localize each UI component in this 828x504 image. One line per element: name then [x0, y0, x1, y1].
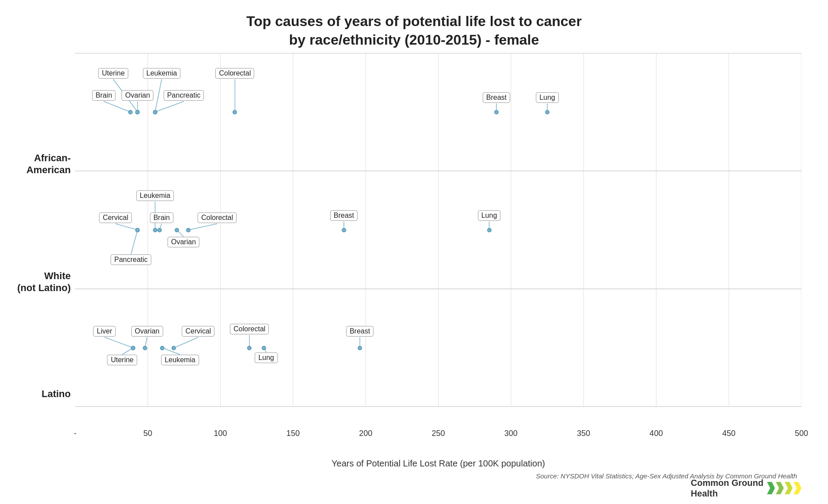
x-axis-label: Years of Potential Life Lost Rate (per 1…	[75, 459, 801, 469]
svg-line-24	[188, 224, 217, 230]
chev2	[776, 482, 784, 494]
label-2-lung: Lung	[255, 352, 278, 363]
grid-svg	[75, 53, 801, 407]
x-axis-ticks: -50100150200250300350400450500	[75, 429, 801, 447]
x-tick-300: 300	[504, 429, 518, 438]
label-1-pancreatic: Pancreatic	[111, 254, 152, 265]
label-2-liver: Liver	[93, 326, 116, 337]
svg-line-18	[155, 80, 162, 112]
chev4	[794, 482, 801, 494]
dot-1-pancreatic	[135, 228, 140, 232]
dot-1-ovarian	[175, 228, 179, 232]
chart-title: Top causes of years of potential life lo…	[0, 0, 828, 49]
label-1-leukemia: Leukemia	[136, 190, 174, 201]
dot-0-brain	[128, 110, 133, 114]
dot-0-breast	[494, 110, 499, 114]
dot-2-cervical	[172, 346, 176, 350]
dot-1-brain	[157, 228, 162, 232]
row-label-african-american: African-American	[27, 152, 71, 176]
dot-2-ovarian	[143, 346, 147, 350]
logo-area: Common Ground Health	[691, 477, 801, 499]
label-0-breast: Breast	[483, 92, 510, 103]
svg-line-14	[104, 102, 130, 112]
title-line1: Top causes of years of potential life lo…	[0, 12, 828, 31]
dot-2-lung	[262, 346, 266, 350]
label-0-colorectal: Colorectal	[215, 68, 254, 79]
row-label-latino: Latino	[42, 388, 71, 400]
label-0-uterine: Uterine	[99, 68, 129, 79]
label-0-lung: Lung	[536, 92, 559, 103]
dot-1-leukemia	[153, 228, 157, 232]
label-2-breast: Breast	[346, 326, 374, 337]
dot-2-colorectal	[247, 346, 252, 350]
label-1-ovarian: Ovarian	[168, 237, 199, 247]
dot-0-lung	[545, 110, 549, 114]
dot-1-colorectal	[186, 228, 191, 232]
label-0-ovarian: Ovarian	[122, 90, 153, 101]
label-1-colorectal: Colorectal	[198, 212, 237, 223]
label-1-cervical: Cervical	[99, 212, 132, 223]
chev3	[785, 482, 793, 494]
label-2-cervical: Cervical	[182, 326, 215, 337]
label-0-pancreatic: Pancreatic	[164, 90, 204, 101]
label-1-lung: Lung	[478, 210, 501, 221]
label-1-breast: Breast	[330, 210, 358, 221]
x-tick-350: 350	[577, 429, 590, 438]
dot-1-lung	[487, 228, 492, 232]
dot-1-breast	[342, 228, 346, 232]
x-tick-150: 150	[286, 429, 300, 438]
x-tick-100: 100	[214, 429, 227, 438]
svg-line-30	[104, 337, 133, 348]
row-label-white: White(not Latino)	[17, 270, 71, 294]
label-2-leukemia: Leukemia	[161, 355, 198, 365]
svg-line-27	[131, 230, 137, 254]
dot-0-uterine	[135, 110, 140, 114]
x-tick-500: 500	[795, 429, 808, 438]
x-tick-50: 50	[143, 429, 152, 438]
svg-line-16	[155, 102, 184, 112]
label-2-ovarian: Ovarian	[131, 326, 163, 337]
logo-chevrons	[767, 482, 801, 494]
dot-0-colorectal	[233, 110, 237, 114]
x-tick-400: 400	[649, 429, 663, 438]
label-2-colorectal: Colorectal	[230, 324, 269, 334]
title-line2: by race/ethnicity (2010-2015) - female	[0, 31, 828, 49]
label-1-brain: Brain	[150, 212, 173, 223]
label-0-leukemia: Leukemia	[143, 68, 180, 79]
row-labels: African-AmericanWhite(not Latino)Latino	[0, 53, 75, 407]
x-tick--: -	[74, 429, 76, 438]
logo-text: Common Ground Health	[691, 477, 763, 499]
label-0-brain: Brain	[92, 90, 115, 101]
x-tick-200: 200	[359, 429, 372, 438]
dot-0-leukemia	[153, 110, 157, 114]
page-wrapper: Top causes of years of potential life lo…	[0, 0, 828, 504]
label-2-uterine: Uterine	[107, 355, 137, 365]
svg-line-32	[174, 337, 198, 348]
dot-2-leukemia	[160, 346, 164, 350]
svg-line-34	[162, 348, 180, 355]
chart-area: BrainOvarianPancreaticUterineLeukemiaCol…	[75, 53, 801, 407]
chev1	[767, 482, 775, 494]
dot-2-breast	[358, 346, 362, 350]
svg-line-22	[115, 224, 137, 230]
x-tick-450: 450	[722, 429, 736, 438]
dot-2-uterine	[131, 346, 135, 350]
x-tick-250: 250	[431, 429, 445, 438]
